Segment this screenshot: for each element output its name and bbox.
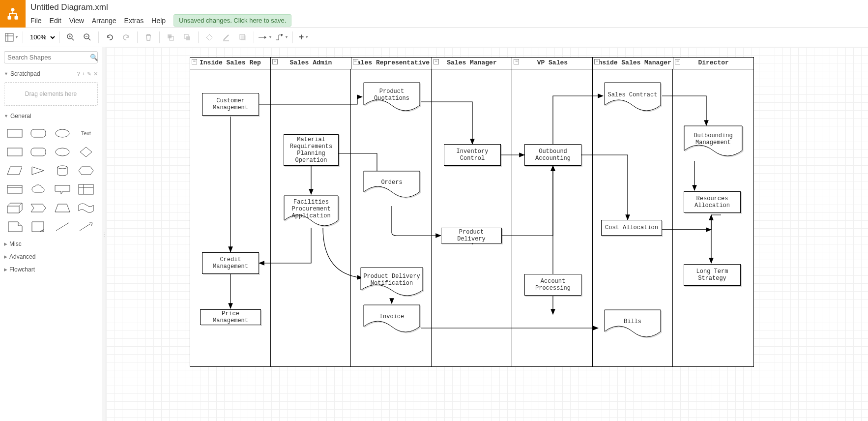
shape-rect2[interactable] [6,145,24,159]
node-price-management[interactable]: Price Management [200,309,261,325]
zoom-out-button[interactable] [80,30,95,45]
swimlane-pool[interactable]: −Inside Sales Rep −Sales Admin −Sales Re… [190,57,754,367]
menu-edit[interactable]: Edit [50,17,61,25]
shape-text[interactable]: Text [77,126,95,140]
lane-title-0[interactable]: Inside Sales Rep [200,59,261,66]
shape-rect[interactable] [6,126,24,140]
lane-title-3[interactable]: Sales Manager [447,59,496,66]
shape-diamond[interactable] [77,145,95,159]
shape-cloud[interactable] [29,182,47,196]
zoom-in-button[interactable] [63,30,79,45]
lane-title-4[interactable]: VP Sales [537,59,568,66]
node-orders[interactable]: Orders [363,171,420,199]
misc-header[interactable]: ▶Misc [0,238,102,250]
shape-callout[interactable] [54,182,71,196]
shape-folded[interactable] [29,220,47,234]
node-resources-allocation[interactable]: Resources Allocation [684,191,741,213]
shape-rounded-rect[interactable] [29,126,47,140]
advanced-header[interactable]: ▶Advanced [0,250,102,263]
shape-hexagon[interactable] [77,164,95,178]
node-facilities-procurement[interactable]: Facilities Procurement Application [284,195,339,228]
shape-parallelogram[interactable] [6,164,24,178]
node-outbounding-management[interactable]: Outbounding Management [684,125,743,158]
collapse-col0[interactable]: − [192,59,197,64]
shape-table[interactable] [77,182,95,196]
collapse-col6[interactable]: − [675,59,680,64]
scratchpad-dropzone[interactable]: Drag elements here [4,82,98,106]
shape-arrow-line[interactable] [77,220,95,234]
shape-rounded2[interactable] [29,145,47,159]
doc-title[interactable]: Untitled Diagram.xml [30,0,868,13]
help-icon[interactable]: ? [77,71,80,77]
node-pdn[interactable]: Product Delivery Notification [360,267,423,298]
shape-trapezoid[interactable] [54,201,71,215]
unsaved-badge[interactable]: Unsaved changes. Click here to save. [174,14,291,27]
fill-color-button[interactable] [202,30,217,45]
canvas[interactable]: −Inside Sales Rep −Sales Admin −Sales Re… [106,47,868,421]
node-credit-management[interactable]: Credit Management [202,252,259,274]
node-customer-management[interactable]: Customer Management [202,93,259,116]
menu-extras[interactable]: Extras [124,17,144,25]
flowchart-header[interactable]: ▶Flowchart [0,263,102,276]
undo-button[interactable] [102,30,117,45]
menu-file[interactable]: File [30,17,42,25]
menu-view[interactable]: View [69,17,84,25]
node-sales-contract[interactable]: Sales Contract [604,82,661,113]
shape-tape[interactable] [77,201,95,215]
app-logo[interactable] [0,0,26,28]
shadow-button[interactable] [235,30,251,45]
canvas-wrap[interactable]: −Inside Sales Rep −Sales Admin −Sales Re… [106,47,868,421]
menu-arrange[interactable]: Arrange [92,17,116,25]
splitter[interactable]: ⋮ [102,47,106,421]
node-product-quotations[interactable]: Product Quotations [363,82,420,113]
node-outbound-accounting[interactable]: Outbound Accounting [524,144,581,166]
search-input[interactable] [7,54,90,61]
search-shapes-box[interactable]: 🔍 [4,51,98,63]
shape-card[interactable] [6,182,24,196]
add-icon[interactable]: + [82,71,85,77]
view-mode-button[interactable]: ▼ [4,30,20,45]
shape-triangle[interactable] [29,164,47,178]
node-invoice[interactable]: Invoice [363,304,420,334]
node-long-term-strategy[interactable]: Long Term Strategy [684,264,741,286]
node-cost-allocation[interactable]: Cost Allocation [601,220,662,236]
zoom-select[interactable]: 100% [26,30,57,44]
svg-rect-22 [31,129,46,137]
shape-note[interactable] [6,220,24,234]
insert-button[interactable]: +▼ [296,30,312,45]
shape-line[interactable] [54,220,71,234]
general-header[interactable]: ▼General [0,110,102,122]
shape-cube[interactable] [6,201,24,215]
lane-title-2[interactable]: Sales Representative [353,59,430,66]
node-bills[interactable]: Bills [604,309,661,339]
svg-rect-17 [223,40,229,41]
close-icon[interactable]: ✕ [93,71,98,77]
node-inventory-control[interactable]: Inventory Control [444,144,501,166]
lane-title-6[interactable]: Director [698,59,728,66]
scratchpad-header[interactable]: ▼Scratchpad ?+✎✕ [0,67,102,80]
shape-cylinder[interactable] [54,164,71,178]
collapse-col3[interactable]: − [434,59,439,64]
collapse-col1[interactable]: − [272,59,278,64]
menu-help[interactable]: Help [151,17,166,25]
collapse-col2[interactable]: − [353,59,358,64]
collapse-col5[interactable]: − [594,59,600,64]
line-color-button[interactable] [218,30,234,45]
lane-title-5[interactable]: Inside Sales Manager [595,59,671,66]
node-account-processing[interactable]: Account Processing [524,274,581,296]
lane-title-1[interactable]: Sales Admin [289,59,332,66]
connection-button[interactable]: ▼ [257,30,273,45]
node-mrp[interactable]: Material Requirements Planning Operation [284,134,339,166]
shape-ellipse[interactable] [54,126,71,140]
to-back-button[interactable] [179,30,195,45]
edit-icon[interactable]: ✎ [87,71,91,77]
waypoint-button[interactable]: ▼ [274,30,289,45]
shape-step[interactable] [29,201,47,215]
collapse-col4[interactable]: − [514,59,519,64]
to-front-button[interactable] [163,30,178,45]
shapes-sidebar: 🔍 ▼Scratchpad ?+✎✕ Drag elements here ▼G… [0,47,102,421]
delete-button[interactable] [141,30,156,45]
node-product-delivery[interactable]: Product Delivery [441,228,502,243]
redo-button[interactable] [118,30,134,45]
shape-ellipse2[interactable] [54,145,71,159]
